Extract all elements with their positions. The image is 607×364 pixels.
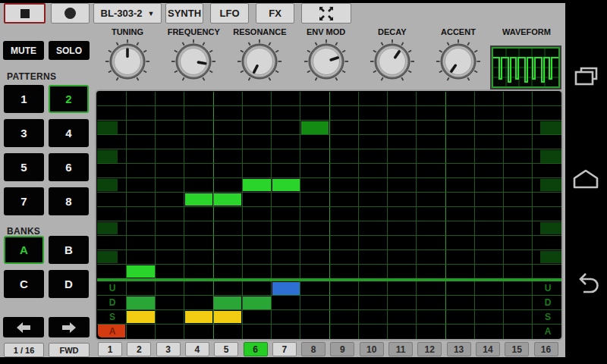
ctrl-cell-s[interactable] [185,311,212,324]
mute-button[interactable]: MUTE [3,41,44,60]
ctrl-row-label-a: A [99,324,126,338]
pattern-button-4[interactable]: 4 [49,119,89,147]
ctrl-cell-u[interactable] [272,282,300,295]
knob-label: RESONANCE [233,27,286,36]
direction-button[interactable]: FWD [49,343,90,357]
resonance-knob[interactable] [236,38,283,85]
stop-icon [20,9,30,18]
ctrl-row-label-a: A [536,324,560,338]
ctrl-cell-s[interactable] [214,311,241,324]
note-edge-marker [540,121,561,133]
fullscreen-button[interactable] [301,3,351,24]
app-window: BL-303-2 ▼ SYNTH LFO FX MUTE SOLO PATTER… [0,3,565,357]
knob-label: FREQUENCY [168,27,220,36]
step-button-3[interactable]: 3 [156,342,181,356]
sequencer-grid[interactable]: UUDDSSAA [97,92,561,339]
banks-label: BANKS [7,226,40,237]
ctrl-row-label-s: S [99,310,126,325]
env-mod-knob[interactable] [303,38,350,85]
rate-button[interactable]: 1 / 16 [4,343,44,357]
back-icon[interactable] [572,271,599,299]
step-row: 12345678910111213141516 [98,342,562,357]
note-edge-marker [540,179,561,191]
bank-button-D[interactable]: D [49,270,89,298]
ctrl-row-label-s: S [536,310,560,325]
knob-unit-accent: ACCENT [426,27,490,89]
pattern-button-8[interactable]: 8 [49,187,89,215]
sequencer-panel: UUDDSSAA [95,89,563,340]
ctrl-cell-d[interactable] [214,297,241,309]
step-button-6[interactable]: 6 [244,342,268,356]
preset-dropdown[interactable]: BL-303-2 ▼ [93,3,162,24]
patterns-label: PATTERNS [7,71,56,82]
pitch-control-separator [97,278,561,281]
accent-knob[interactable] [435,38,482,85]
note-cell[interactable] [127,265,154,278]
home-icon[interactable] [572,167,599,194]
pattern-button-2[interactable]: 2 [49,85,89,113]
tab-lfo[interactable]: LFO [210,3,249,24]
ctrl-cell-d[interactable] [243,297,270,309]
step-button-9[interactable]: 9 [330,342,354,356]
tab-fx[interactable]: FX [256,3,294,24]
preset-label: BL-303-2 [101,8,143,19]
knob-label: TUNING [112,27,143,36]
step-button-5[interactable]: 5 [214,342,238,356]
tuning-knob[interactable] [104,38,151,85]
record-icon [64,8,76,19]
ctrl-row-label-d: D [536,296,560,310]
step-button-12[interactable]: 12 [417,342,442,356]
bank-button-C[interactable]: C [4,270,44,298]
solo-button[interactable]: SOLO [49,41,90,60]
note-cell[interactable] [185,193,212,206]
note-cell[interactable] [214,193,241,206]
prev-pattern-button[interactable] [3,317,44,337]
note-edge-marker [97,251,118,263]
android-navbar [565,0,607,364]
record-button[interactable] [51,3,90,24]
ctrl-cell-d[interactable] [127,297,154,309]
bank-button-B[interactable]: B [49,236,89,264]
note-cell[interactable] [301,121,329,133]
pattern-button-7[interactable]: 7 [4,187,44,215]
step-button-8[interactable]: 8 [301,342,326,356]
recents-icon[interactable] [572,64,599,91]
tab-synth[interactable]: SYNTH [165,3,203,24]
step-button-4[interactable]: 4 [185,342,209,356]
step-button-2[interactable]: 2 [127,342,151,356]
ctrl-row-label-u: U [99,281,126,296]
note-cell[interactable] [243,179,270,191]
next-pattern-button[interactable] [49,317,90,337]
right-arrow-icon [60,320,78,335]
step-button-7[interactable]: 7 [272,342,297,356]
waveform-display[interactable] [492,47,560,88]
pattern-button-5[interactable]: 5 [4,153,44,181]
ctrl-cell-s[interactable] [127,311,154,324]
dropdown-caret-icon: ▼ [148,10,155,17]
step-button-16[interactable]: 16 [534,342,558,356]
step-button-1[interactable]: 1 [98,342,122,356]
note-edge-marker [97,150,118,162]
pattern-button-3[interactable]: 3 [4,119,44,147]
ctrl-row-label-d: D [99,296,126,310]
step-button-13[interactable]: 13 [447,342,471,356]
frequency-knob[interactable] [170,38,217,85]
pattern-button-6[interactable]: 6 [49,153,89,181]
step-button-15[interactable]: 15 [505,342,529,356]
step-button-11[interactable]: 11 [388,342,413,356]
pattern-button-1[interactable]: 1 [4,85,44,113]
fullscreen-icon [319,6,334,21]
knob-label: DECAY [378,27,407,36]
knob-unit-frequency: FREQUENCY [162,27,225,89]
bank-button-A[interactable]: A [4,236,44,264]
knob-row: TUNINGFREQUENCYRESONANCEENV MODDECAYACCE… [96,27,490,89]
decay-knob[interactable] [369,38,416,85]
stop-button[interactable] [4,3,46,24]
waveform-scope [493,49,558,86]
note-cell[interactable] [272,179,300,191]
step-button-10[interactable]: 10 [360,342,384,356]
step-button-14[interactable]: 14 [476,342,500,356]
knob-label: ENV MOD [307,27,345,36]
note-edge-marker [97,121,118,133]
knob-unit-decay: DECAY [360,27,424,89]
